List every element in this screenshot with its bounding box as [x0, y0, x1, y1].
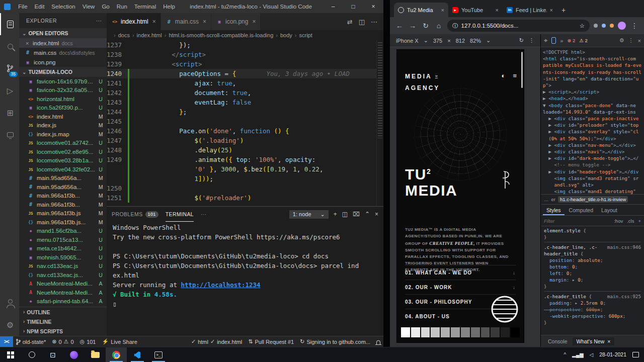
css-rule-line[interactable]: perspective: 600px; [544, 306, 641, 313]
css-rule-line[interactable]: -webkit-perspective: 600px; [544, 313, 641, 319]
dom-tree-node[interactable]: ▶ <div id="dark-mode-toggle">…</ [543, 155, 642, 161]
file-tree-item[interactable]: favicon-16x16.97b92... U [19, 77, 107, 86]
sidebar-section-header[interactable]: › OUTLINE [19, 307, 107, 317]
extension-icon[interactable] [602, 24, 606, 28]
menu-item[interactable]: Terminal [131, 4, 159, 10]
css-rule-line[interactable]: main.css:925.c-header_title { [544, 291, 641, 300]
file-tree-item[interactable]: main.95ad656a... M [19, 174, 107, 183]
dom-tree-node[interactable]: nts-icons-ready is-ready has-scroll [543, 69, 642, 75]
menu-item[interactable]: Go [98, 4, 113, 10]
browser-tab[interactable]: Tu2 Media × [394, 3, 448, 17]
file-tree-item[interactable]: locomotive01.a2742... U [19, 139, 107, 148]
git-branch-item[interactable]: old-state* [13, 336, 49, 347]
dom-tree-node[interactable]: ▶ <div class="pace pace-inactive [543, 115, 642, 122]
file-tree-item[interactable]: main.95ad656a... M [19, 183, 107, 192]
sidebar-section-header[interactable]: › TIMELINE [19, 317, 107, 326]
more-tabs-icon[interactable]: ⋯ [201, 207, 206, 222]
dom-tree-node[interactable]: ▶ <script>…</script> [543, 88, 642, 95]
breadcrumb-more[interactable]: … [544, 197, 549, 202]
menu-item[interactable]: View [79, 4, 99, 10]
css-rule-line[interactable]: main.css:946.c-header_line, .c- [544, 242, 641, 250]
breadcrumb-item[interactable]: index.html [137, 32, 162, 38]
css-rule-line[interactable]: header_title { [544, 250, 641, 257]
console-error-badge[interactable]: ⊗ 2 [567, 38, 575, 43]
bookmark-star-icon[interactable]: ☆ [580, 22, 585, 29]
device-more-icon[interactable]: ⋮ [529, 37, 534, 44]
activity-source-control[interactable]: 35 [0, 57, 19, 79]
vscode-taskbar-button[interactable] [127, 347, 148, 362]
file-tree-item[interactable]: locomotive02.e8e95... U [19, 147, 107, 156]
file-tree-item[interactable]: nav.cd133eac.js U [19, 262, 107, 271]
network-icon[interactable]: ▂▄▆ [572, 352, 583, 357]
page-menu-item[interactable]: 02. OUR - WORK ↓ [405, 280, 516, 294]
css-rule-line[interactable]: element.style { [544, 227, 641, 234]
dom-tree-node[interactable]: ▶ <div class="overlay" style="cl [543, 128, 642, 135]
notifications-button[interactable] [373, 336, 383, 347]
editor-tab[interactable]: icon.png × [211, 13, 261, 30]
file-tree-item[interactable]: main.966a1f3b... M [19, 192, 107, 201]
minimap[interactable] [376, 40, 383, 206]
code-editor[interactable]: 1237 });1238 </script>1239 <script>1240 … [107, 40, 383, 206]
devtools-settings-icon[interactable]: ⚙ [619, 37, 624, 44]
file-tree-item[interactable]: main.966a1f3b.js M [19, 209, 107, 218]
devtools-close-icon[interactable]: × [638, 38, 641, 44]
dom-tree-node[interactable]: ▶ <head>…</head> [543, 95, 642, 102]
file-tree-item[interactable]: nav.cd133eac.js... U [19, 270, 107, 280]
terminal-taskbar-button[interactable]: >_ [148, 347, 169, 362]
new-rule-icon[interactable]: + [638, 218, 641, 224]
page-scrollbar[interactable] [521, 52, 523, 88]
open-editor-item[interactable]: × index.html docs [19, 38, 107, 48]
rotate-icon[interactable]: ↻ [519, 37, 524, 44]
hov-toggle[interactable]: :hov [614, 218, 623, 224]
more-panels-icon[interactable]: » [560, 38, 563, 44]
console-warning-badge[interactable]: ⚠ 2 [579, 38, 587, 43]
css-rule-line[interactable]: } [544, 283, 641, 290]
file-tree-item[interactable]: locomotive04.32fe02... U [19, 165, 107, 174]
split-terminal-icon[interactable]: ◫ [342, 211, 348, 218]
dom-tree-node[interactable]: ▼ <body class="pace-done" data-ne [543, 102, 642, 109]
menu-item[interactable]: Run [113, 4, 131, 10]
file-tree-item[interactable]: menu.0715ca13... U [19, 235, 107, 244]
breadcrumb-selected[interactable]: h1.c-header_title.o-h1.is-inview [558, 196, 628, 203]
close-icon[interactable]: × [550, 7, 553, 13]
chrome-menu-icon[interactable]: ⋮ [630, 22, 639, 30]
forward-icon[interactable]: → [408, 22, 417, 30]
close-icon[interactable]: × [441, 7, 444, 13]
remote-indicator[interactable]: >< [0, 336, 13, 347]
back-icon[interactable]: ← [395, 22, 404, 30]
css-rule-line[interactable]: bottom: 0; [544, 263, 641, 270]
close-icon[interactable]: × [252, 18, 256, 25]
file-tree-item[interactable]: icon.5a26f390.p... U [19, 104, 107, 113]
browser-tab[interactable]: YouTube × [448, 3, 503, 17]
close-icon[interactable]: × [363, 3, 383, 10]
split-editor-icon[interactable]: ◫ [359, 18, 365, 26]
css-rule-line[interactable]: } [544, 234, 641, 240]
extension-icon[interactable] [594, 24, 598, 28]
task-view-button[interactable]: ⊡ [42, 347, 63, 362]
tab-problems[interactable]: PROBLEMS 101 [112, 207, 158, 222]
kill-terminal-icon[interactable]: ⌧ [353, 211, 360, 218]
dom-tree-node[interactable]: ▶ <div id="preloader" style="top [543, 122, 642, 128]
dom-tree-node[interactable]: p"> [543, 82, 642, 88]
dom-tree-node[interactable]: <img class="mand1 derotating" [543, 188, 642, 194]
explorer-more-icon[interactable]: ⋯ [96, 18, 102, 24]
breadcrumb-fragment[interactable]: er [551, 197, 555, 202]
file-tree-item[interactable]: main.966a1f3b... M [19, 200, 107, 209]
file-tree-item[interactable]: index.js M [19, 121, 107, 130]
compare-icon[interactable]: ⇄ [347, 18, 353, 26]
problems-status[interactable]: ⊗ 0 ⚠ 0 [49, 336, 76, 347]
address-bar[interactable]: ⓘ 127.0.0.1:5500/docs... ☆ [447, 20, 590, 32]
dom-tree-node[interactable]: <html class="is-smooth-scroll-com [543, 55, 642, 62]
css-rule-line[interactable]: margin: ▸ 0; [544, 277, 641, 283]
file-tree-item[interactable]: safari-pinned-tab.64... A [19, 297, 107, 306]
open-editor-item[interactable]: main.css docs\dist\styles [19, 48, 107, 57]
file-tree-item[interactable]: favicon-32x32.6a052... U [19, 86, 107, 95]
pinned-app-button[interactable] [63, 347, 85, 362]
dom-tree-node[interactable]: ▶ <div class="nav-menu">…</div> [543, 142, 642, 148]
file-tree-item[interactable]: index.html M [19, 112, 107, 121]
device-select[interactable]: iPhone X [396, 38, 419, 44]
new-tab-button[interactable]: + [557, 6, 570, 14]
file-tree-item[interactable]: horizontal.html U [19, 95, 107, 104]
dom-tree-node[interactable]: ▶ <div class="navi">…</div> [543, 148, 642, 155]
action-center-icon[interactable] [632, 352, 639, 357]
